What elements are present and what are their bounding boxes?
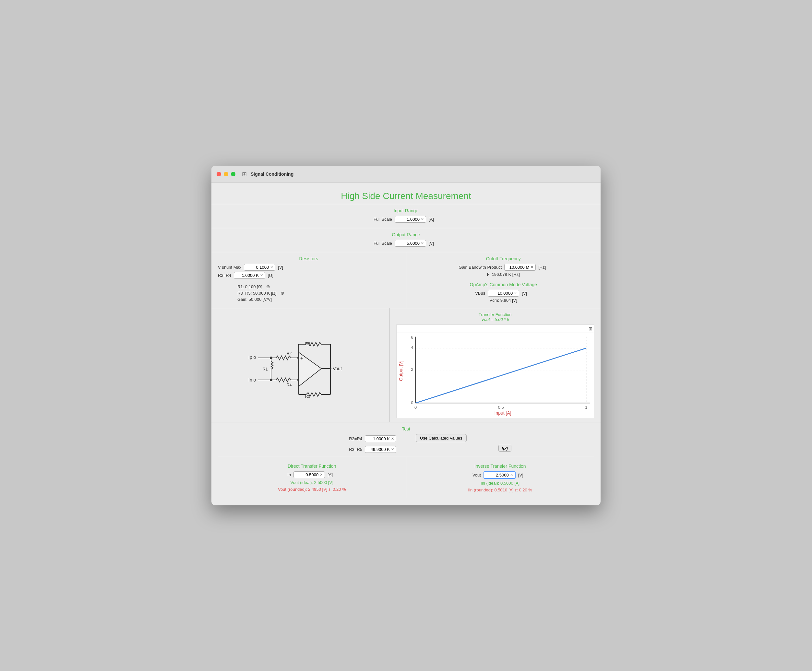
test-r3r5-field[interactable]: ✕	[365, 446, 396, 453]
sidebar-icon: ⊞	[242, 170, 247, 178]
resistors-col: Resistors V shunt Max ✕ [V] R2=R4 ✕ [Ω]	[212, 252, 406, 308]
inverse-tf-title: Inverse Transfer Function	[413, 463, 588, 469]
y-label-2: 2	[411, 367, 413, 372]
inverse-tf-col: Inverse Transfer Function Vout ✕ [V] Iin…	[406, 457, 594, 498]
vbus-label: VBus	[475, 291, 485, 296]
r3r5-info-row: R3=R5: 50.000 K [Ω] ⊕	[237, 290, 399, 296]
iin-unit: [A]	[328, 472, 337, 477]
input-full-scale-clear[interactable]: ✕	[421, 217, 424, 221]
output-full-scale-clear[interactable]: ✕	[421, 241, 424, 245]
chart-header: ⊞	[397, 325, 594, 333]
input-full-scale-field[interactable]: ✕	[395, 216, 426, 223]
gbw-input[interactable]	[507, 265, 529, 270]
iin-input[interactable]	[296, 472, 319, 477]
output-full-scale-unit: [V]	[429, 241, 438, 246]
r1-info-row: R1: 0.100 [Ω] ⊕	[237, 284, 399, 289]
iin-ideal-result: Iin (ideal): 0.5000 [A]	[413, 481, 588, 485]
gain-row: Gain: 50.000 [V/V]	[237, 297, 399, 302]
traffic-lights	[217, 172, 235, 176]
r4-resistor	[276, 378, 291, 382]
vcm-row: Vcm: 9.804 [V]	[413, 298, 594, 303]
r2r4-field[interactable]: ✕	[234, 272, 265, 279]
input-range-title: Input Range	[218, 208, 594, 213]
test-r2r4-clear[interactable]: ✕	[391, 437, 394, 441]
vshunt-unit: [V]	[278, 265, 288, 270]
vbus-clear[interactable]: ✕	[514, 291, 517, 295]
gbw-label: Gain Bandwith Product	[459, 265, 502, 270]
window-title: Signal Conditioning	[251, 172, 293, 177]
direct-tf-col: Direct Transfer Function Iin ✕ [A] Vout …	[218, 457, 406, 498]
r2-label-circuit: R2	[287, 351, 292, 356]
plus-symbol: +	[300, 356, 303, 361]
opamp-vcm-title: OpAmp's Common Mode Voltage	[413, 282, 594, 287]
r4-label-circuit: R4	[287, 383, 292, 387]
gbw-row: Gain Bandwith Product ✕ [Hz]	[413, 264, 594, 271]
input-range-row: Full Scale ✕ [A]	[218, 216, 594, 223]
vout-ideal-result: Vout (ideal): 2.5000 [V]	[224, 480, 399, 485]
r2r4-row: R2=R4 ✕ [Ω]	[218, 272, 399, 279]
use-calculated-values-button[interactable]: Use Calculated Values	[416, 434, 467, 442]
vout-rounded-result: Vout (rounded): 2.4950 [V] ε: 0.20 %	[224, 487, 399, 492]
test-r3r5-input[interactable]	[367, 447, 390, 452]
input-full-scale-unit: [A]	[429, 217, 438, 222]
page-title: High Side Current Measurement	[212, 186, 600, 204]
input-full-scale-input[interactable]	[397, 217, 420, 222]
output-range-title: Output Range	[218, 232, 594, 237]
r2r4-clear[interactable]: ✕	[260, 273, 263, 278]
test-r2r4-input[interactable]	[367, 436, 390, 441]
in-label: In o	[248, 377, 256, 383]
vout-inv-field[interactable]: ✕	[483, 471, 515, 479]
close-button[interactable]	[217, 172, 221, 176]
circuit-section: Ip o In o Vout R1	[212, 308, 600, 422]
output-full-scale-input[interactable]	[397, 241, 420, 246]
test-r2r4-row: R2=R4 ✕	[349, 435, 396, 442]
gbw-clear[interactable]: ✕	[531, 265, 534, 269]
test-params-right: Use Calculated Values f(x)	[409, 434, 594, 451]
vshunt-clear[interactable]: ✕	[270, 265, 273, 269]
iin-field[interactable]: ✕	[293, 471, 325, 478]
output-range-row: Full Scale ✕ [V]	[218, 240, 594, 247]
maximize-button[interactable]	[231, 172, 235, 176]
f-label: F: 196.078 K [Hz]	[487, 272, 520, 277]
main-window: ⊞ Signal Conditioning High Side Current …	[212, 166, 600, 505]
vbus-field[interactable]: ✕	[488, 290, 519, 296]
vout-row: Vout ✕ [V]	[413, 471, 588, 479]
test-r3r5-clear[interactable]: ✕	[391, 447, 394, 451]
r1-info: R1: 0.100 [Ω]	[237, 284, 262, 289]
vshunt-input[interactable]	[246, 265, 269, 270]
test-section: Test R2=R4 ✕ R3=R5 ✕	[212, 422, 600, 502]
iin-rounded-result: Iin (rounded): 0.5010 [A] ε: 0.20 %	[413, 487, 588, 492]
r1-label-circuit: R1	[263, 367, 268, 371]
input-range-section: Input Range Full Scale ✕ [A]	[212, 204, 600, 228]
output-full-scale-label: Full Scale	[374, 241, 392, 246]
vout-inv-input[interactable]	[486, 473, 509, 477]
r1-symbol: ⊕	[266, 284, 270, 289]
iin-label: Iin	[287, 472, 291, 477]
x-label-1: 1	[585, 405, 587, 410]
tf-label: Transfer Function	[396, 312, 594, 317]
x-label-05: 0.5	[498, 405, 503, 410]
input-full-scale-label: Full Scale	[374, 217, 392, 222]
gbw-field[interactable]: ✕	[504, 264, 536, 271]
vshunt-field[interactable]: ✕	[244, 264, 275, 271]
x-axis-title: Input [A]	[494, 410, 511, 416]
fx-button[interactable]: f(x)	[498, 445, 512, 451]
vbus-input[interactable]	[490, 291, 513, 296]
test-r2r4-field[interactable]: ✕	[365, 435, 396, 442]
transfer-function-info: Transfer Function Vout = 5.00 * Ii	[396, 312, 594, 322]
y-label-6: 6	[411, 335, 413, 340]
iin-clear[interactable]: ✕	[320, 473, 322, 477]
tf-equation: Vout = 5.00 * Ii	[396, 317, 594, 322]
minimize-button[interactable]	[224, 172, 228, 176]
test-title: Test	[218, 426, 594, 431]
output-full-scale-field[interactable]: ✕	[395, 240, 426, 247]
r2r4-input[interactable]	[236, 273, 259, 278]
vout-inv-clear[interactable]: ✕	[510, 473, 513, 477]
direct-tf-title: Direct Transfer Function	[224, 463, 399, 469]
chart-col: Transfer Function Vout = 5.00 * Ii ⊞	[390, 308, 600, 422]
f-row: F: 196.078 K [Hz]	[413, 272, 594, 277]
resistors-title: Resistors	[218, 256, 399, 261]
ip-label: Ip o	[248, 354, 256, 360]
circuit-diagram: Ip o In o Vout R1	[212, 308, 390, 422]
copy-chart-icon[interactable]: ⊞	[589, 326, 592, 331]
